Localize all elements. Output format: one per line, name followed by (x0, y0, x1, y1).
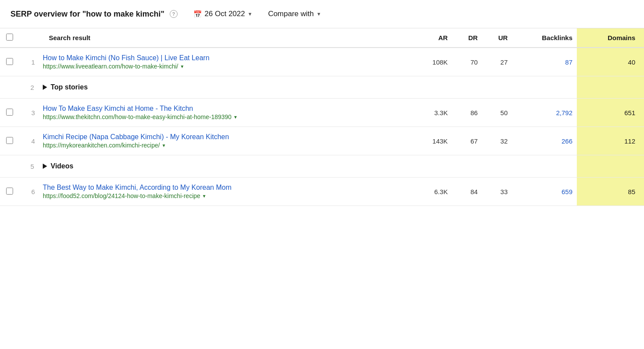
table-body: 1 How to Make Kimchi (No Fish Sauce) | L… (0, 48, 644, 206)
special-ar (412, 155, 452, 178)
row-domains: 651 (577, 99, 644, 127)
url-dropdown-arrow[interactable]: ▼ (180, 64, 184, 69)
special-num: 5 (19, 155, 38, 178)
row-checkbox-cell[interactable] (0, 178, 19, 206)
special-row: 2 Top stories (0, 76, 644, 99)
special-label-cell: Videos (38, 155, 412, 178)
header: SERP overview for "how to make kimchi" ?… (0, 0, 644, 28)
row-checkbox[interactable] (6, 109, 13, 116)
result-url: https://www.thekitchn.com/how-to-make-ea… (43, 113, 408, 120)
row-ur: 27 (482, 48, 512, 76)
col-header-ar: AR (412, 28, 452, 48)
serp-table: Search result AR DR UR Backlinks Domains… (0, 28, 644, 206)
row-dr: 70 (452, 48, 482, 76)
row-checkbox[interactable] (6, 188, 13, 195)
col-header-domains: Domains (577, 28, 644, 48)
result-title-link[interactable]: How to Make Kimchi (No Fish Sauce) | Liv… (43, 54, 408, 62)
special-num: 2 (19, 76, 38, 99)
url-dropdown-arrow[interactable]: ▼ (233, 115, 238, 120)
row-result: The Best Way to Make Kimchi, According t… (38, 178, 412, 206)
special-backlinks (512, 155, 577, 178)
special-row: 5 Videos (0, 155, 644, 178)
row-ar: 6.3K (412, 178, 452, 206)
row-domains: 85 (577, 178, 644, 206)
row-dr: 67 (452, 127, 482, 155)
row-result: How to Make Kimchi (No Fish Sauce) | Liv… (38, 48, 412, 76)
row-checkbox[interactable] (6, 58, 13, 65)
date-text: 26 Oct 2022 (205, 10, 245, 18)
calendar-icon: 📅 (193, 10, 202, 18)
table-row: 1 How to Make Kimchi (No Fish Sauce) | L… (0, 48, 644, 76)
col-header-dr: DR (452, 28, 482, 48)
row-num: 4 (19, 127, 38, 155)
url-dropdown-arrow[interactable]: ▼ (161, 143, 166, 148)
special-backlinks (512, 76, 577, 99)
result-title-link[interactable]: Kimchi Recipe (Napa Cabbage Kimchi) - My… (43, 133, 408, 141)
row-num: 1 (19, 48, 38, 76)
special-label-cell: Top stories (38, 76, 412, 99)
special-dr (452, 76, 482, 99)
special-checkbox-cell (0, 155, 19, 178)
compare-with-label: Compare with (268, 10, 314, 18)
page-title: SERP overview for "how to make kimchi" (10, 10, 164, 19)
table-header-row: Search result AR DR UR Backlinks Domains (0, 28, 644, 48)
special-domains (577, 76, 644, 99)
result-title-link[interactable]: How To Make Easy Kimchi at Home - The Ki… (43, 105, 408, 113)
row-domains: 112 (577, 127, 644, 155)
row-dr: 86 (452, 99, 482, 127)
row-dr: 84 (452, 178, 482, 206)
special-ur (482, 76, 512, 99)
col-header-num (19, 28, 38, 48)
row-checkbox-cell[interactable] (0, 48, 19, 76)
special-label: Top stories (43, 83, 408, 91)
special-ur (482, 155, 512, 178)
table-row: 6 The Best Way to Make Kimchi, According… (0, 178, 644, 206)
date-dropdown-arrow: ▼ (247, 11, 252, 17)
row-result: How To Make Easy Kimchi at Home - The Ki… (38, 99, 412, 127)
row-backlinks[interactable]: 2,792 (512, 99, 577, 127)
col-header-backlinks: Backlinks (512, 28, 577, 48)
date-selector[interactable]: 📅 26 Oct 2022 ▼ (190, 8, 256, 20)
row-backlinks[interactable]: 659 (512, 178, 577, 206)
row-backlinks[interactable]: 87 (512, 48, 577, 76)
special-ar (412, 76, 452, 99)
special-dr (452, 155, 482, 178)
table-row: 3 How To Make Easy Kimchi at Home - The … (0, 99, 644, 127)
url-dropdown-arrow[interactable]: ▼ (202, 194, 206, 198)
row-ar: 143K (412, 127, 452, 155)
special-label-text: Top stories (51, 83, 88, 91)
col-header-result: Search result (38, 28, 412, 48)
row-ar: 108K (412, 48, 452, 76)
page-wrapper: SERP overview for "how to make kimchi" ?… (0, 0, 644, 349)
row-ur: 50 (482, 99, 512, 127)
row-domains: 40 (577, 48, 644, 76)
serp-table-wrap: Search result AR DR UR Backlinks Domains… (0, 28, 644, 206)
col-header-ur: UR (482, 28, 512, 48)
row-num: 3 (19, 99, 38, 127)
special-domains (577, 155, 644, 178)
special-label: Videos (43, 162, 408, 170)
result-title-link[interactable]: The Best Way to Make Kimchi, According t… (43, 184, 408, 192)
result-url: https://mykoreankitchen.com/kimchi-recip… (43, 142, 408, 149)
col-header-checkbox (0, 28, 19, 48)
row-ur: 33 (482, 178, 512, 206)
row-checkbox-cell[interactable] (0, 127, 19, 155)
compare-dropdown-arrow: ▼ (316, 11, 321, 17)
row-ar: 3.3K (412, 99, 452, 127)
result-url: https://www.liveeatlearn.com/how-to-make… (43, 63, 408, 70)
row-num: 6 (19, 178, 38, 206)
expand-icon[interactable] (43, 85, 47, 90)
row-checkbox[interactable] (6, 137, 13, 144)
help-icon[interactable]: ? (170, 10, 178, 18)
select-all-checkbox[interactable] (6, 34, 13, 41)
table-row: 4 Kimchi Recipe (Napa Cabbage Kimchi) - … (0, 127, 644, 155)
expand-icon[interactable] (43, 164, 47, 169)
special-label-text: Videos (51, 162, 73, 170)
row-backlinks[interactable]: 266 (512, 127, 577, 155)
row-ur: 32 (482, 127, 512, 155)
row-result: Kimchi Recipe (Napa Cabbage Kimchi) - My… (38, 127, 412, 155)
compare-with-selector[interactable]: Compare with ▼ (264, 8, 325, 20)
special-checkbox-cell (0, 76, 19, 99)
result-url: https://food52.com/blog/24124-how-to-mak… (43, 192, 408, 199)
row-checkbox-cell[interactable] (0, 99, 19, 127)
